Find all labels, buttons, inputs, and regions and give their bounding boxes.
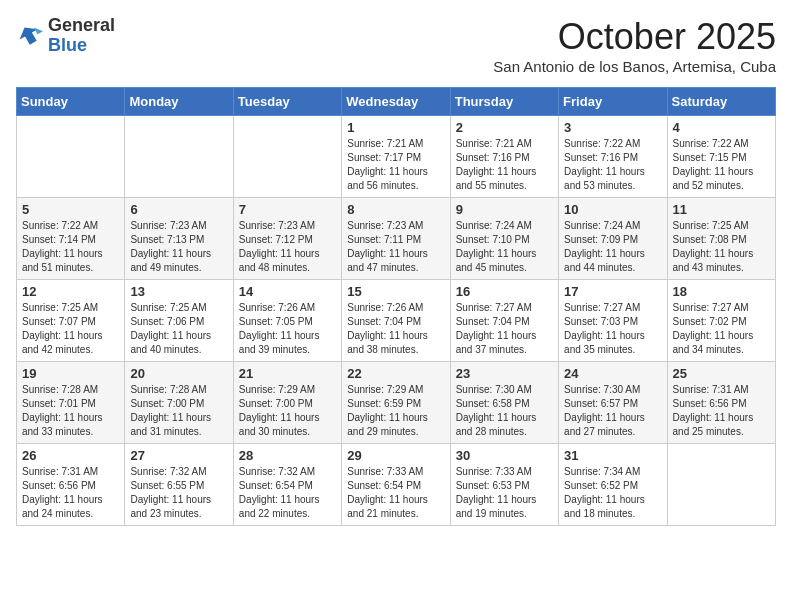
calendar-cell: 20Sunrise: 7:28 AM Sunset: 7:00 PM Dayli… xyxy=(125,362,233,444)
weekday-header: Friday xyxy=(559,88,667,116)
day-number: 22 xyxy=(347,366,444,381)
day-number: 21 xyxy=(239,366,336,381)
weekday-header-row: SundayMondayTuesdayWednesdayThursdayFrid… xyxy=(17,88,776,116)
day-number: 7 xyxy=(239,202,336,217)
day-info: Sunrise: 7:22 AM Sunset: 7:14 PM Dayligh… xyxy=(22,219,119,275)
calendar: SundayMondayTuesdayWednesdayThursdayFrid… xyxy=(16,87,776,526)
day-number: 28 xyxy=(239,448,336,463)
day-info: Sunrise: 7:25 AM Sunset: 7:07 PM Dayligh… xyxy=(22,301,119,357)
calendar-cell: 22Sunrise: 7:29 AM Sunset: 6:59 PM Dayli… xyxy=(342,362,450,444)
day-number: 23 xyxy=(456,366,553,381)
day-number: 10 xyxy=(564,202,661,217)
day-number: 20 xyxy=(130,366,227,381)
calendar-cell: 18Sunrise: 7:27 AM Sunset: 7:02 PM Dayli… xyxy=(667,280,775,362)
calendar-cell: 21Sunrise: 7:29 AM Sunset: 7:00 PM Dayli… xyxy=(233,362,341,444)
day-number: 18 xyxy=(673,284,770,299)
calendar-cell: 2Sunrise: 7:21 AM Sunset: 7:16 PM Daylig… xyxy=(450,116,558,198)
calendar-cell: 15Sunrise: 7:26 AM Sunset: 7:04 PM Dayli… xyxy=(342,280,450,362)
page-header: General Blue October 2025 San Antonio de… xyxy=(16,16,776,75)
day-info: Sunrise: 7:33 AM Sunset: 6:53 PM Dayligh… xyxy=(456,465,553,521)
day-info: Sunrise: 7:23 AM Sunset: 7:13 PM Dayligh… xyxy=(130,219,227,275)
weekday-header: Sunday xyxy=(17,88,125,116)
calendar-week-row: 19Sunrise: 7:28 AM Sunset: 7:01 PM Dayli… xyxy=(17,362,776,444)
day-number: 24 xyxy=(564,366,661,381)
calendar-cell: 7Sunrise: 7:23 AM Sunset: 7:12 PM Daylig… xyxy=(233,198,341,280)
logo: General Blue xyxy=(16,16,115,56)
day-info: Sunrise: 7:27 AM Sunset: 7:03 PM Dayligh… xyxy=(564,301,661,357)
day-info: Sunrise: 7:25 AM Sunset: 7:08 PM Dayligh… xyxy=(673,219,770,275)
day-info: Sunrise: 7:34 AM Sunset: 6:52 PM Dayligh… xyxy=(564,465,661,521)
day-number: 30 xyxy=(456,448,553,463)
day-info: Sunrise: 7:24 AM Sunset: 7:10 PM Dayligh… xyxy=(456,219,553,275)
day-info: Sunrise: 7:26 AM Sunset: 7:04 PM Dayligh… xyxy=(347,301,444,357)
weekday-header: Saturday xyxy=(667,88,775,116)
day-info: Sunrise: 7:32 AM Sunset: 6:54 PM Dayligh… xyxy=(239,465,336,521)
calendar-cell xyxy=(125,116,233,198)
day-info: Sunrise: 7:29 AM Sunset: 7:00 PM Dayligh… xyxy=(239,383,336,439)
day-info: Sunrise: 7:32 AM Sunset: 6:55 PM Dayligh… xyxy=(130,465,227,521)
day-info: Sunrise: 7:29 AM Sunset: 6:59 PM Dayligh… xyxy=(347,383,444,439)
day-info: Sunrise: 7:30 AM Sunset: 6:57 PM Dayligh… xyxy=(564,383,661,439)
calendar-cell: 19Sunrise: 7:28 AM Sunset: 7:01 PM Dayli… xyxy=(17,362,125,444)
weekday-header: Wednesday xyxy=(342,88,450,116)
day-number: 15 xyxy=(347,284,444,299)
day-info: Sunrise: 7:30 AM Sunset: 6:58 PM Dayligh… xyxy=(456,383,553,439)
day-info: Sunrise: 7:22 AM Sunset: 7:16 PM Dayligh… xyxy=(564,137,661,193)
day-number: 26 xyxy=(22,448,119,463)
calendar-cell: 12Sunrise: 7:25 AM Sunset: 7:07 PM Dayli… xyxy=(17,280,125,362)
logo-bird-icon xyxy=(16,22,44,50)
day-number: 6 xyxy=(130,202,227,217)
calendar-cell: 31Sunrise: 7:34 AM Sunset: 6:52 PM Dayli… xyxy=(559,444,667,526)
day-info: Sunrise: 7:24 AM Sunset: 7:09 PM Dayligh… xyxy=(564,219,661,275)
day-info: Sunrise: 7:26 AM Sunset: 7:05 PM Dayligh… xyxy=(239,301,336,357)
calendar-cell: 30Sunrise: 7:33 AM Sunset: 6:53 PM Dayli… xyxy=(450,444,558,526)
day-number: 29 xyxy=(347,448,444,463)
logo-general: General xyxy=(48,16,115,36)
calendar-cell xyxy=(233,116,341,198)
day-info: Sunrise: 7:22 AM Sunset: 7:15 PM Dayligh… xyxy=(673,137,770,193)
svg-marker-0 xyxy=(16,22,42,47)
day-number: 16 xyxy=(456,284,553,299)
calendar-cell: 6Sunrise: 7:23 AM Sunset: 7:13 PM Daylig… xyxy=(125,198,233,280)
weekday-header: Monday xyxy=(125,88,233,116)
calendar-cell: 9Sunrise: 7:24 AM Sunset: 7:10 PM Daylig… xyxy=(450,198,558,280)
day-info: Sunrise: 7:27 AM Sunset: 7:02 PM Dayligh… xyxy=(673,301,770,357)
day-number: 5 xyxy=(22,202,119,217)
calendar-cell: 1Sunrise: 7:21 AM Sunset: 7:17 PM Daylig… xyxy=(342,116,450,198)
day-info: Sunrise: 7:21 AM Sunset: 7:17 PM Dayligh… xyxy=(347,137,444,193)
day-number: 31 xyxy=(564,448,661,463)
day-info: Sunrise: 7:28 AM Sunset: 7:00 PM Dayligh… xyxy=(130,383,227,439)
day-number: 3 xyxy=(564,120,661,135)
day-number: 25 xyxy=(673,366,770,381)
day-info: Sunrise: 7:28 AM Sunset: 7:01 PM Dayligh… xyxy=(22,383,119,439)
calendar-cell: 3Sunrise: 7:22 AM Sunset: 7:16 PM Daylig… xyxy=(559,116,667,198)
day-info: Sunrise: 7:21 AM Sunset: 7:16 PM Dayligh… xyxy=(456,137,553,193)
svg-marker-1 xyxy=(34,27,43,34)
calendar-cell: 26Sunrise: 7:31 AM Sunset: 6:56 PM Dayli… xyxy=(17,444,125,526)
location-title: San Antonio de los Banos, Artemisa, Cuba xyxy=(493,58,776,75)
day-info: Sunrise: 7:23 AM Sunset: 7:11 PM Dayligh… xyxy=(347,219,444,275)
calendar-week-row: 5Sunrise: 7:22 AM Sunset: 7:14 PM Daylig… xyxy=(17,198,776,280)
weekday-header: Thursday xyxy=(450,88,558,116)
calendar-cell: 28Sunrise: 7:32 AM Sunset: 6:54 PM Dayli… xyxy=(233,444,341,526)
calendar-cell: 10Sunrise: 7:24 AM Sunset: 7:09 PM Dayli… xyxy=(559,198,667,280)
day-number: 9 xyxy=(456,202,553,217)
calendar-week-row: 26Sunrise: 7:31 AM Sunset: 6:56 PM Dayli… xyxy=(17,444,776,526)
calendar-cell: 8Sunrise: 7:23 AM Sunset: 7:11 PM Daylig… xyxy=(342,198,450,280)
calendar-cell: 5Sunrise: 7:22 AM Sunset: 7:14 PM Daylig… xyxy=(17,198,125,280)
calendar-cell xyxy=(17,116,125,198)
day-number: 4 xyxy=(673,120,770,135)
day-info: Sunrise: 7:25 AM Sunset: 7:06 PM Dayligh… xyxy=(130,301,227,357)
calendar-week-row: 12Sunrise: 7:25 AM Sunset: 7:07 PM Dayli… xyxy=(17,280,776,362)
calendar-cell: 24Sunrise: 7:30 AM Sunset: 6:57 PM Dayli… xyxy=(559,362,667,444)
calendar-cell: 23Sunrise: 7:30 AM Sunset: 6:58 PM Dayli… xyxy=(450,362,558,444)
day-info: Sunrise: 7:27 AM Sunset: 7:04 PM Dayligh… xyxy=(456,301,553,357)
calendar-cell: 11Sunrise: 7:25 AM Sunset: 7:08 PM Dayli… xyxy=(667,198,775,280)
logo-blue: Blue xyxy=(48,36,115,56)
calendar-cell xyxy=(667,444,775,526)
calendar-cell: 13Sunrise: 7:25 AM Sunset: 7:06 PM Dayli… xyxy=(125,280,233,362)
day-info: Sunrise: 7:23 AM Sunset: 7:12 PM Dayligh… xyxy=(239,219,336,275)
day-info: Sunrise: 7:33 AM Sunset: 6:54 PM Dayligh… xyxy=(347,465,444,521)
calendar-cell: 14Sunrise: 7:26 AM Sunset: 7:05 PM Dayli… xyxy=(233,280,341,362)
day-number: 14 xyxy=(239,284,336,299)
